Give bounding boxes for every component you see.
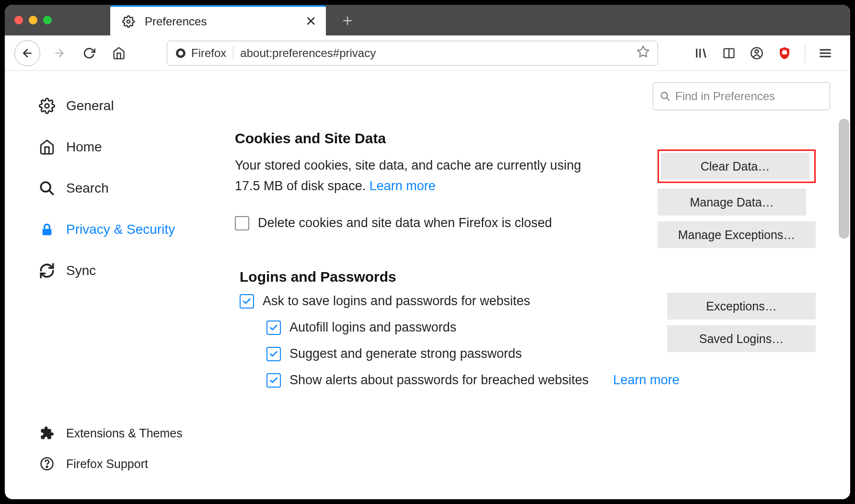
svg-rect-22 xyxy=(43,229,52,235)
sidebar-item-support[interactable]: Firefox Support xyxy=(38,448,235,479)
toolbar-icons xyxy=(686,44,841,63)
sync-icon xyxy=(38,262,56,279)
url-identity[interactable]: Firefox xyxy=(175,46,233,60)
preferences-sidebar: General Home Search Privacy & Security xyxy=(5,71,235,499)
disk-size: 17.5 MB xyxy=(235,179,283,193)
suggest-checkbox[interactable] xyxy=(266,347,281,361)
cookies-actions: Clear Data… Manage Data… Manage Exceptio… xyxy=(658,149,816,248)
sidebar-item-privacy[interactable]: Privacy & Security xyxy=(38,209,235,250)
checkbox-label: Ask to save logins and passwords for web… xyxy=(263,294,530,309)
toolbar-divider xyxy=(805,44,805,63)
svg-point-4 xyxy=(178,51,183,56)
titlebar: Preferences ✕ ＋ xyxy=(5,5,850,35)
menu-button[interactable] xyxy=(818,46,833,61)
checkbox-label: Show alerts about passwords for breached… xyxy=(289,373,589,388)
svg-rect-14 xyxy=(784,49,785,52)
svg-point-19 xyxy=(45,104,49,108)
sidebar-item-sync[interactable]: Sync xyxy=(38,250,235,291)
svg-rect-15 xyxy=(785,49,786,52)
section-logins: Logins and Passwords Ask to save logins … xyxy=(240,269,836,388)
sidebar-item-label: Firefox Support xyxy=(66,457,148,471)
section-heading: Cookies and Site Data xyxy=(235,130,836,147)
url-bar[interactable]: Firefox about:preferences#privacy xyxy=(167,41,658,66)
minimize-window-button[interactable] xyxy=(29,16,37,24)
checkbox-label: Suggest and generate strong passwords xyxy=(289,346,522,361)
tab-label: Preferences xyxy=(145,15,298,28)
sidebar-item-label: Privacy & Security xyxy=(66,222,175,237)
maximize-window-button[interactable] xyxy=(43,16,52,24)
firefox-icon xyxy=(175,47,186,59)
sidebar-item-search[interactable]: Search xyxy=(38,168,235,209)
tab-preferences[interactable]: Preferences ✕ xyxy=(110,5,326,36)
desc-prefix: Your stored cookies, site data, and cach… xyxy=(235,158,581,172)
sidebar-item-extensions[interactable]: Extensions & Themes xyxy=(38,418,235,448)
sidebar-toggle-icon[interactable] xyxy=(721,46,737,61)
checkbox-label: Autofill logins and passwords xyxy=(289,320,456,335)
ublock-icon[interactable] xyxy=(777,46,792,61)
home-icon xyxy=(38,138,56,156)
sidebar-item-home[interactable]: Home xyxy=(38,126,235,168)
svg-line-8 xyxy=(704,48,706,57)
new-tab-button[interactable]: ＋ xyxy=(335,8,359,32)
delete-on-close-checkbox[interactable] xyxy=(235,216,249,230)
cookies-description: Your stored cookies, site data, and cach… xyxy=(235,155,599,196)
forward-button[interactable] xyxy=(49,43,70,64)
desc-suffix: of disk space. xyxy=(283,179,370,193)
browser-window: Preferences ✕ ＋ Firefox about:preference… xyxy=(5,5,850,499)
preferences-main: Find in Preferences Cookies and Site Dat… xyxy=(235,71,850,499)
autofill-checkbox[interactable] xyxy=(266,321,281,335)
svg-point-0 xyxy=(127,20,130,23)
ask-save-checkbox[interactable] xyxy=(240,294,254,309)
close-window-button[interactable] xyxy=(14,16,23,24)
preferences-search[interactable]: Find in Preferences xyxy=(653,82,830,110)
search-icon xyxy=(660,91,670,102)
account-icon[interactable] xyxy=(749,46,764,61)
sidebar-item-label: General xyxy=(66,98,114,114)
url-identity-label: Firefox xyxy=(191,46,226,60)
help-icon xyxy=(38,455,56,472)
svg-line-21 xyxy=(49,190,53,195)
sidebar-item-general[interactable]: General xyxy=(38,85,235,126)
lock-icon xyxy=(38,221,56,238)
svg-point-12 xyxy=(755,50,759,53)
section-heading: Logins and Passwords xyxy=(240,269,836,285)
url-text: about:preferences#privacy xyxy=(240,46,630,60)
learn-more-link[interactable]: Learn more xyxy=(370,179,436,193)
tab-close-button[interactable]: ✕ xyxy=(305,13,316,29)
alerts-row[interactable]: Show alerts about passwords for breached… xyxy=(266,373,836,388)
checkbox-label: Delete cookies and site data when Firefo… xyxy=(258,216,552,230)
svg-rect-13 xyxy=(782,51,787,55)
search-placeholder: Find in Preferences xyxy=(675,90,775,103)
svg-marker-5 xyxy=(637,46,648,57)
svg-line-26 xyxy=(667,98,670,101)
clear-data-button[interactable]: Clear Data… xyxy=(661,153,809,180)
puzzle-icon xyxy=(38,424,56,442)
bookmark-star-icon[interactable] xyxy=(636,45,650,61)
learn-more-link[interactable]: Learn more xyxy=(613,373,679,388)
nav-toolbar: Firefox about:preferences#privacy xyxy=(5,35,850,71)
gear-icon xyxy=(38,97,56,115)
library-icon[interactable] xyxy=(693,46,709,61)
manage-exceptions-button[interactable]: Manage Exceptions… xyxy=(658,221,816,248)
highlight-clear-data: Clear Data… xyxy=(658,149,816,183)
home-button[interactable] xyxy=(108,43,129,64)
search-icon xyxy=(38,180,56,197)
svg-point-24 xyxy=(46,466,48,468)
sidebar-item-label: Extensions & Themes xyxy=(66,426,183,440)
window-controls xyxy=(14,16,52,24)
sidebar-item-label: Search xyxy=(66,181,109,196)
logins-actions: Exceptions… Saved Logins… xyxy=(667,293,816,352)
sidebar-item-label: Sync xyxy=(66,263,96,278)
saved-logins-button[interactable]: Saved Logins… xyxy=(667,325,816,352)
preferences-content: General Home Search Privacy & Security xyxy=(5,71,850,499)
sidebar-item-label: Home xyxy=(66,139,102,155)
manage-data-button[interactable]: Manage Data… xyxy=(658,189,806,216)
logins-exceptions-button[interactable]: Exceptions… xyxy=(667,293,816,320)
section-cookies: Cookies and Site Data Your stored cookie… xyxy=(235,130,836,230)
alerts-checkbox[interactable] xyxy=(266,373,281,388)
gear-icon xyxy=(120,13,137,30)
sidebar-footer: Extensions & Themes Firefox Support xyxy=(38,418,235,485)
back-button[interactable] xyxy=(14,40,40,66)
reload-button[interactable] xyxy=(79,43,100,64)
